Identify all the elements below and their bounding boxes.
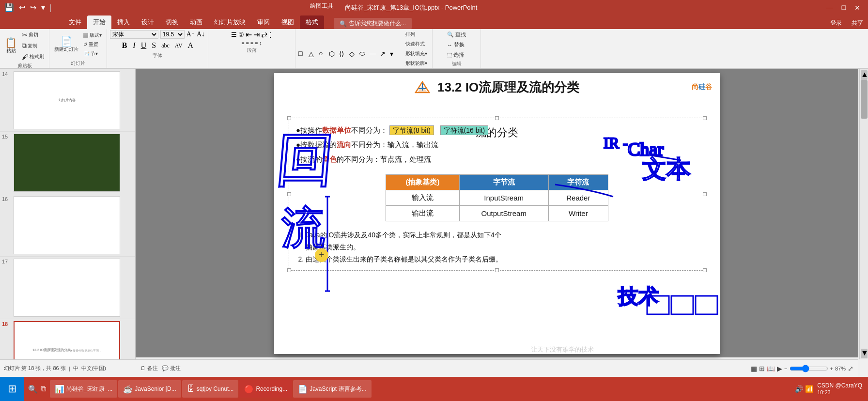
underline-button[interactable]: U (139, 40, 149, 51)
handle-ml[interactable] (287, 192, 291, 196)
shape-3[interactable]: ○ (319, 50, 328, 58)
add-content-button[interactable]: + (315, 248, 328, 262)
columns-button[interactable]: ⫿ (269, 31, 273, 39)
bullets-button[interactable]: ☰ (231, 31, 237, 39)
handle-bl[interactable] (287, 268, 291, 272)
numbering-button[interactable]: ① (238, 31, 244, 39)
shape-more[interactable]: ▾ (390, 50, 400, 58)
linespacing-button[interactable]: ↕ (259, 40, 262, 46)
slide-sorter-button[interactable]: ⊞ (759, 365, 765, 372)
select-button[interactable]: ⬚选择 (445, 50, 468, 60)
tab-transitions[interactable]: 切换 (160, 15, 184, 29)
taskview-icon[interactable]: ⧉ (41, 385, 46, 393)
close-button[interactable]: ✕ (851, 3, 864, 13)
slide-thumb-15[interactable]: 15 (0, 132, 135, 194)
handle-bc[interactable] (495, 268, 499, 272)
zoom-in-button[interactable]: + (830, 366, 833, 371)
replace-button[interactable]: ↔替换 (445, 40, 468, 49)
align-right-button[interactable]: ≡ (250, 40, 253, 46)
taskbar-app-js[interactable]: 📄 JavaScript 语言参考... (293, 380, 371, 398)
shape-8[interactable]: — (370, 50, 379, 58)
handle-tc[interactable] (495, 116, 499, 120)
shape-2[interactable]: △ (309, 50, 318, 58)
slide-preview-15[interactable] (14, 134, 120, 192)
slide-preview-16[interactable] (14, 196, 120, 254)
shape-9[interactable]: ↗ (380, 50, 389, 58)
tab-file[interactable]: 文件 (63, 15, 87, 29)
slide-thumb-17[interactable]: 17 (0, 257, 135, 319)
slideshow-button[interactable]: ▶ (777, 365, 782, 372)
content-box[interactable]: ●按操作数据单位不同分为： 字节流(8 bit) 字符流(16 bit) ●按数… (289, 118, 705, 271)
notes-button[interactable]: 🗒 备注 (140, 365, 158, 372)
normal-view-button[interactable]: ▦ (751, 365, 757, 372)
handle-mr[interactable] (703, 192, 707, 196)
tab-review[interactable]: 审阅 (251, 15, 276, 29)
scroll-thumb[interactable] (861, 80, 868, 119)
bold-button[interactable]: B (120, 40, 130, 51)
slide-preview-17[interactable] (14, 259, 120, 317)
scroll-arrow-down[interactable]: ▼ (861, 349, 868, 358)
fit-window-button[interactable]: ⤢ (848, 365, 853, 372)
taskbar-app-ppt[interactable]: 📊 尚硅谷_宋红康_... (50, 380, 117, 398)
arrange-button[interactable]: 排列 (403, 30, 429, 39)
increase-indent-button[interactable]: ⇥ (253, 30, 260, 39)
find-button[interactable]: 🔍查找 (445, 30, 468, 39)
shape-1[interactable]: □ (298, 50, 308, 58)
taskbar-app-recording[interactable]: 🔴 Recording... (239, 380, 292, 398)
strikethrough-button[interactable]: S (150, 40, 158, 51)
tab-design[interactable]: 设计 (136, 15, 160, 29)
slide-area[interactable]: 13.2 IO流原理及流的分类 尚硅谷 流的分类 ●按操作数据单位不同分为： (136, 69, 858, 357)
decrease-indent-button[interactable]: ⇤ (246, 30, 252, 39)
undo-icon[interactable]: ↩ (17, 3, 27, 12)
font-size-select[interactable]: 19.5 (160, 30, 185, 39)
search-taskbar-icon[interactable]: 🔍 (28, 385, 38, 394)
handle-tl[interactable] (287, 116, 291, 120)
shape-4[interactable]: ⬡ (329, 50, 339, 58)
tab-home[interactable]: 开始 (87, 15, 111, 29)
minimize-button[interactable]: — (822, 3, 837, 13)
format-brush-button[interactable]: 🖌格式刷 (20, 52, 46, 62)
layout-button[interactable]: ▦ 版式▾ (81, 31, 104, 40)
redo-icon[interactable]: ↪ (29, 3, 38, 12)
vertical-scrollbar[interactable]: ▲ ▼ (859, 69, 868, 359)
tab-animations[interactable]: 动画 (184, 15, 208, 29)
reading-view-button[interactable]: 📖 (767, 365, 775, 372)
start-button[interactable]: ⊞ (0, 377, 24, 401)
handle-br[interactable] (703, 268, 707, 272)
zoom-out-button[interactable]: − (784, 366, 787, 371)
new-slide-button[interactable]: 📄 新建幻灯片 (52, 35, 80, 54)
shape-outline-button[interactable]: 形状轮廓▾ (403, 59, 429, 68)
quick-styles-button[interactable]: 快速样式 (403, 40, 429, 48)
paste-button[interactable]: 📋 粘贴 (3, 37, 19, 55)
align-left-button[interactable]: ≡ (241, 40, 244, 46)
tab-slideshow[interactable]: 幻灯片放映 (208, 15, 251, 29)
align-center-button[interactable]: ≡ (246, 40, 249, 46)
handle-tr[interactable] (703, 116, 707, 120)
decrease-font-button[interactable]: A↓ (197, 31, 205, 38)
increase-font-button[interactable]: A↑ (186, 31, 195, 38)
section-button[interactable]: 📑 节▾ (81, 49, 104, 58)
share-button[interactable]: 共享 (847, 17, 868, 29)
shape-7[interactable]: ⬭ (359, 50, 369, 58)
slide-thumb-16[interactable]: 16 (0, 194, 135, 257)
rtl-button[interactable]: ⇄ (261, 30, 267, 39)
comments-button[interactable]: 💬 批注 (162, 365, 181, 372)
taskbar-app-sqljoy[interactable]: 🗄 sqtjoy Cunut... (182, 380, 239, 398)
shape-5[interactable]: ⟨⟩ (339, 50, 349, 58)
slide-preview-14[interactable]: 幻灯片内容 (14, 71, 120, 129)
tab-format[interactable]: 格式 (300, 15, 324, 29)
slide-thumb-14[interactable]: 14 幻灯片内容 (0, 69, 135, 132)
font-family-select[interactable]: 宋体 (110, 30, 158, 39)
shape-fill-button[interactable]: 形状填充▾ (403, 49, 429, 58)
shape-6[interactable]: ◇ (349, 50, 359, 58)
reset-button[interactable]: ↺ 重置 (81, 40, 104, 49)
maximize-button[interactable]: □ (838, 3, 850, 13)
charspacing-button[interactable]: AV (173, 41, 185, 50)
shadow-button[interactable]: abc (159, 41, 171, 50)
tab-insert[interactable]: 插入 (111, 15, 136, 29)
taskbar-app-java[interactable]: ☕ JavaSenior [D... (118, 380, 181, 398)
italic-button[interactable]: I (131, 40, 137, 51)
scroll-arrow-up[interactable]: ▲ (861, 70, 868, 80)
login-button[interactable]: 登录 (825, 17, 847, 29)
fontcolor-button[interactable]: A (186, 40, 196, 51)
